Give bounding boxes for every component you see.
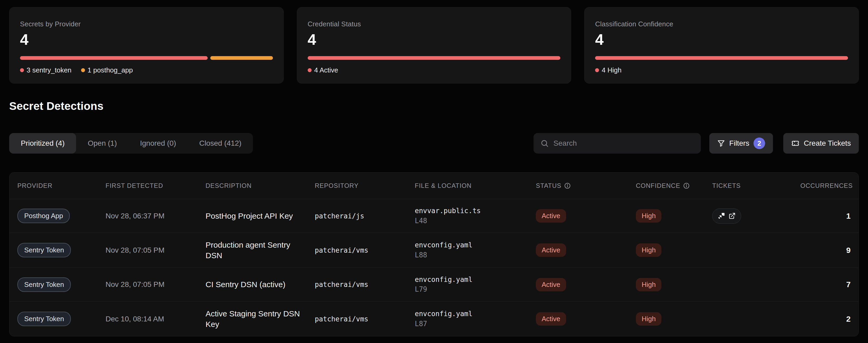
column-header-description: DESCRIPTION	[206, 182, 315, 190]
description-cell: CI Sentry DSN (active)	[206, 279, 315, 290]
status-badge: Active	[536, 209, 566, 223]
stat-card-title: Secrets by Provider	[20, 20, 273, 28]
description-cell: Production agent Sentry DSN	[206, 240, 315, 261]
table-body: Posthog App Nov 28, 06:37 PM PostHog Pro…	[9, 199, 859, 336]
tab-closed[interactable]: Closed (412)	[188, 133, 253, 153]
confidence-badge: High	[636, 244, 661, 257]
stat-card-legend: 4 High	[595, 66, 848, 74]
repository-cell: patcherai/js	[315, 212, 415, 220]
table-row[interactable]: Sentry Token Nov 28, 07:05 PM Production…	[9, 233, 859, 267]
legend-item: 4 Active	[308, 66, 338, 74]
status-cell: Active	[536, 209, 636, 223]
info-icon[interactable]	[564, 182, 571, 189]
stat-card-legend: 3 sentry_token1 posthog_app	[20, 66, 273, 74]
description-cell: Active Staging Sentry DSN Key	[206, 309, 315, 329]
occurrences-cell: 1	[800, 211, 850, 221]
line-number: L88	[415, 250, 536, 260]
table-row[interactable]: Posthog App Nov 28, 06:37 PM PostHog Pro…	[9, 199, 859, 233]
stat-card-bar	[308, 56, 561, 60]
provider-cell: Posthog App	[18, 209, 105, 223]
stat-card-bar	[595, 56, 848, 60]
legend-label: 4 High	[602, 66, 621, 74]
status-badge: Active	[536, 278, 566, 291]
legend-item: 4 High	[595, 66, 621, 74]
file-location-cell: envconfig.yaml L79	[415, 275, 536, 294]
column-header-status: STATUS	[536, 182, 636, 190]
legend-label: 1 posthog_app	[88, 66, 133, 74]
first-detected-cell: Nov 28, 07:05 PM	[105, 280, 206, 289]
legend-item: 3 sentry_token	[20, 66, 71, 74]
filters-count-badge: 2	[753, 138, 765, 149]
provider-badge: Sentry Token	[18, 243, 71, 257]
create-tickets-label: Create Tickets	[804, 139, 851, 147]
file-location-cell: envvar.public.ts L48	[415, 206, 536, 226]
file-path: envconfig.yaml	[415, 309, 536, 319]
ticket-link-button[interactable]	[712, 208, 741, 224]
confidence-cell: High	[636, 278, 712, 291]
repository-cell: patcherai/vms	[315, 315, 415, 323]
first-detected-cell: Nov 28, 07:05 PM	[105, 246, 206, 255]
filters-button[interactable]: Filters 2	[709, 133, 773, 153]
confidence-cell: High	[636, 244, 712, 257]
line-number: L79	[415, 285, 536, 294]
occurrences-cell: 9	[800, 246, 850, 255]
tab-prioritized[interactable]: Prioritized (4)	[9, 133, 76, 153]
legend-dot	[308, 68, 312, 72]
provider-badge: Sentry Token	[18, 278, 71, 292]
search-icon	[540, 139, 549, 147]
table-header-row: PROVIDER FIRST DETECTED DESCRIPTION REPO…	[9, 173, 859, 199]
occurrences-cell: 7	[800, 280, 850, 289]
legend-dot	[595, 68, 599, 72]
stat-card-bar	[20, 56, 273, 60]
table-row[interactable]: Sentry Token Dec 10, 08:14 AM Active Sta…	[9, 302, 859, 336]
file-path: envvar.public.ts	[415, 206, 536, 216]
stat-card-legend: 4 Active	[308, 66, 561, 74]
first-detected-cell: Nov 28, 06:37 PM	[105, 212, 206, 220]
column-header-first-detected: FIRST DETECTED	[105, 182, 206, 190]
tab-ignored[interactable]: Ignored (0)	[128, 133, 188, 153]
legend-dot	[81, 68, 85, 72]
legend-item: 1 posthog_app	[81, 66, 133, 74]
tab-open[interactable]: Open (1)	[76, 133, 128, 153]
confidence-cell: High	[636, 209, 712, 223]
search-input[interactable]	[554, 139, 694, 147]
stat-card-classification-confidence: Classification Confidence 4 4 High	[584, 7, 859, 84]
table-row[interactable]: Sentry Token Nov 28, 07:05 PM CI Sentry …	[9, 268, 859, 302]
line-number: L48	[415, 216, 536, 226]
bar-segment-High	[595, 56, 848, 60]
confidence-badge: High	[636, 312, 661, 325]
toolbar: Prioritized (4) Open (1) Ignored (0) Clo…	[9, 133, 859, 153]
stat-card-title: Credential Status	[308, 20, 561, 28]
filter-funnel-icon	[717, 139, 725, 147]
external-link-icon	[728, 212, 736, 220]
ticket-icon	[791, 139, 800, 147]
bar-segment-Active	[308, 56, 561, 60]
stat-card-secrets-by-provider: Secrets by Provider 4 3 sentry_token1 po…	[9, 7, 284, 84]
column-header-file-location: FILE & LOCATION	[415, 182, 536, 190]
file-location-cell: envconfig.yaml L87	[415, 309, 536, 329]
confidence-badge: High	[636, 209, 661, 223]
stat-card-value: 4	[595, 32, 848, 47]
confidence-badge: High	[636, 278, 661, 291]
column-header-repository: REPOSITORY	[315, 182, 415, 190]
create-tickets-button[interactable]: Create Tickets	[783, 133, 859, 153]
column-header-provider: PROVIDER	[18, 182, 105, 190]
stat-cards-row: Secrets by Provider 4 3 sentry_token1 po…	[9, 7, 859, 84]
detections-table: PROVIDER FIRST DETECTED DESCRIPTION REPO…	[9, 172, 859, 336]
stat-card-title: Classification Confidence	[595, 20, 848, 28]
provider-badge: Sentry Token	[18, 312, 71, 326]
search-box[interactable]	[533, 133, 701, 153]
repository-cell: patcherai/vms	[315, 246, 415, 254]
first-detected-cell: Dec 10, 08:14 AM	[105, 315, 206, 323]
provider-badge: Posthog App	[18, 209, 70, 223]
status-badge: Active	[536, 312, 566, 325]
provider-cell: Sentry Token	[18, 243, 105, 257]
provider-cell: Sentry Token	[18, 278, 105, 292]
legend-dot	[20, 68, 24, 72]
stat-card-value: 4	[20, 32, 273, 47]
info-icon[interactable]	[683, 182, 690, 189]
bar-segment-posthog_app	[210, 56, 273, 60]
status-cell: Active	[536, 244, 636, 257]
column-header-confidence: CONFIDENCE	[636, 182, 712, 190]
file-path: envconfig.yaml	[415, 275, 536, 285]
